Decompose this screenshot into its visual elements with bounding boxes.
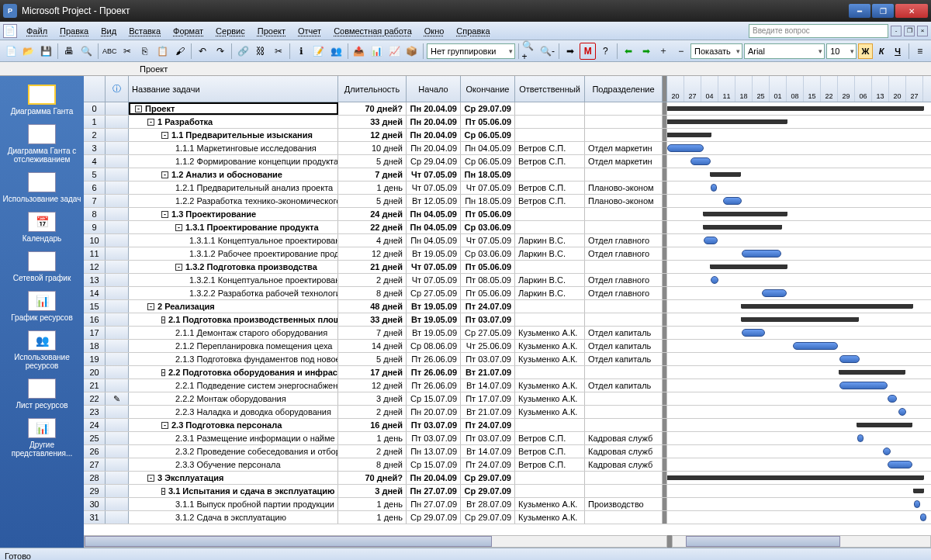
nav-calendar[interactable]: 📅Календарь: [0, 209, 84, 249]
task-name[interactable]: 1.1.2 Формирование концепции продукта: [129, 155, 338, 168]
table-row[interactable]: 2-1.1 Предварительные изыскания12 днейПн…: [84, 129, 931, 142]
table-row[interactable]: 20-2.2 Подготовка оборудования и инфраст…: [84, 366, 931, 379]
row-info[interactable]: [106, 472, 129, 484]
gantt-bar[interactable]: [857, 434, 864, 442]
task-department[interactable]: Отдел главного: [585, 287, 663, 299]
mdi-close-button[interactable]: ×: [917, 26, 928, 36]
task-responsible[interactable]: [515, 313, 585, 326]
task-start[interactable]: Пн 27.07.09: [407, 485, 461, 497]
zoom-out-icon[interactable]: 🔍-: [539, 43, 555, 60]
task-duration[interactable]: 16 дней: [338, 419, 407, 431]
task-duration[interactable]: 2 дней: [338, 274, 407, 286]
table-row[interactable]: 8-1.3 Проектирование24 днейПн 04.05.09Пт…: [84, 208, 931, 221]
task-end[interactable]: Чт 25.06.09: [461, 340, 515, 352]
outline-toggle[interactable]: -: [161, 422, 168, 429]
task-department[interactable]: Кадровая служб: [585, 432, 663, 444]
gantt-cell[interactable]: [667, 419, 931, 431]
help-search-input[interactable]: Введите вопрос: [749, 24, 888, 38]
zoom-in-icon[interactable]: 🔍+: [522, 43, 538, 60]
mdi-minimize-button[interactable]: -: [891, 26, 902, 36]
outline-toggle[interactable]: -: [161, 211, 168, 218]
row-info[interactable]: [106, 195, 129, 207]
task-name[interactable]: 2.3.2 Проведение собеседования и отбора: [129, 445, 338, 458]
task-end[interactable]: Пт 05.06.09: [461, 208, 515, 220]
task-department[interactable]: Планово-эконом: [585, 181, 663, 194]
row-info[interactable]: [106, 313, 129, 326]
table-row[interactable]: 182.1.2 Перепланировка помещения цеха14 …: [84, 340, 931, 353]
open-icon[interactable]: 📂: [21, 43, 37, 60]
task-responsible[interactable]: [515, 208, 585, 220]
task-name[interactable]: -2.3 Подготовка персонала: [129, 419, 338, 431]
bold-button[interactable]: Ж: [858, 43, 873, 59]
task-duration[interactable]: 2 дней: [338, 445, 407, 458]
task-responsible[interactable]: Ветров С.П.: [515, 155, 585, 168]
task-start[interactable]: Пн 27.07.09: [407, 498, 461, 510]
task-start[interactable]: Пн 04.05.09: [407, 221, 461, 233]
row-info[interactable]: [106, 274, 129, 286]
nav-other[interactable]: 📊Другие представления...: [0, 416, 84, 464]
table-row[interactable]: 313.1.2 Сдача в эксплуатацию1 деньСр 29.…: [84, 511, 931, 524]
row-index[interactable]: 30: [84, 498, 106, 510]
outline-toggle[interactable]: -: [161, 132, 168, 139]
menu-формат[interactable]: Формат: [167, 24, 209, 38]
minimize-button[interactable]: ━: [849, 4, 870, 18]
timeline-header[interactable]: 202704111825010815222906132027: [667, 76, 931, 102]
task-end[interactable]: Пт 08.05.09: [461, 274, 515, 286]
gantt-cell[interactable]: [667, 472, 931, 484]
table-row[interactable]: 31.1.1 Маркетинговые исследования10 дней…: [84, 142, 931, 155]
gantt-cell[interactable]: [667, 392, 931, 405]
table-row[interactable]: 131.3.2.1 Концептуальное проектирование2…: [84, 274, 931, 287]
row-info[interactable]: [106, 116, 129, 128]
menu-файл[interactable]: Файл: [20, 24, 54, 38]
task-responsible[interactable]: Ветров С.П.: [515, 195, 585, 207]
header-end[interactable]: Окончание: [461, 76, 515, 102]
grid-body[interactable]: 0-Проект70 дней?Пн 20.04.09Ср 29.07.091-…: [84, 102, 931, 535]
task-start[interactable]: Вт 19.05.09: [407, 300, 461, 313]
row-info[interactable]: [106, 129, 129, 141]
gantt-cell[interactable]: [667, 221, 931, 233]
header-start[interactable]: Начало: [407, 76, 461, 102]
task-name[interactable]: -3.1 Испытания и сдача в эксплуатацию: [129, 485, 338, 497]
row-info[interactable]: ✎: [106, 392, 129, 405]
table-row[interactable]: 272.3.3 Обучение персонала8 днейСр 15.07…: [84, 458, 931, 472]
link-icon[interactable]: 🔗: [235, 43, 251, 60]
task-name[interactable]: -1.3 Проектирование: [129, 208, 338, 220]
task-end[interactable]: Пн 18.05.09: [461, 195, 515, 207]
indent-icon[interactable]: ➡: [638, 43, 654, 60]
gantt-cell[interactable]: [667, 432, 931, 444]
row-index[interactable]: 15: [84, 300, 106, 313]
task-duration[interactable]: 8 дней: [338, 287, 407, 299]
gantt-cell[interactable]: [667, 208, 931, 220]
table-row[interactable]: 5-1.2 Анализ и обоснование7 днейЧт 07.05…: [84, 168, 931, 181]
gantt-cell[interactable]: [667, 274, 931, 286]
save-icon[interactable]: 💾: [38, 43, 54, 60]
task-duration[interactable]: 17 дней: [338, 366, 407, 379]
row-index[interactable]: 19: [84, 353, 106, 365]
task-responsible[interactable]: Ветров С.П.: [515, 445, 585, 458]
outline-toggle[interactable]: -: [135, 105, 142, 112]
gantt-bar[interactable]: [667, 144, 704, 152]
task-responsible[interactable]: Ветров С.П.: [515, 181, 585, 194]
close-button[interactable]: ✕: [895, 4, 928, 18]
task-end[interactable]: Пт 05.06.09: [461, 261, 515, 273]
gantt-bar[interactable]: [711, 276, 718, 284]
task-end[interactable]: Ср 29.07.09: [461, 472, 515, 484]
task-department[interactable]: Отдел капиталь: [585, 379, 663, 392]
row-index[interactable]: 14: [84, 287, 106, 299]
gantt-cell[interactable]: [667, 287, 931, 299]
table-row[interactable]: 61.2.1 Предварительный анализ проекта1 д…: [84, 181, 931, 195]
gantt-bar[interactable]: [914, 500, 920, 508]
task-department[interactable]: Отдел капиталь: [585, 340, 663, 352]
task-name[interactable]: 2.2.1 Подведение систем энергоснабжения: [129, 379, 338, 392]
task-name[interactable]: -3 Эксплуатация: [129, 472, 338, 484]
task-duration[interactable]: 24 дней: [338, 208, 407, 220]
row-index[interactable]: 5: [84, 168, 106, 181]
gantt-cell[interactable]: [667, 181, 931, 194]
outline-toggle[interactable]: -: [161, 171, 168, 178]
task-department[interactable]: [585, 221, 663, 233]
task-end[interactable]: Пт 03.07.09: [461, 432, 515, 444]
task-start[interactable]: Пт 26.06.09: [407, 379, 461, 392]
task-department[interactable]: [585, 129, 663, 141]
task-start[interactable]: Ср 15.07.09: [407, 392, 461, 405]
task-end[interactable]: Пн 18.05.09: [461, 168, 515, 181]
